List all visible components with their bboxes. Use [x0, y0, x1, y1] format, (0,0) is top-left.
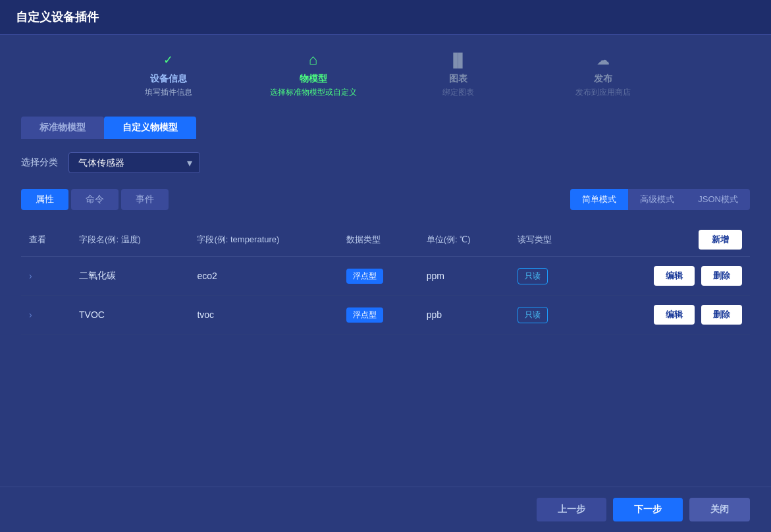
category-row: 选择分类 气体传感器 温湿度传感器 光照传感器 ▾ [21, 152, 750, 173]
step-chart-subtitle: 绑定图表 [442, 87, 474, 98]
col-header-unit: 单位(例: ℃) [419, 223, 510, 257]
step-device-info-subtitle: 填写插件信息 [145, 87, 192, 98]
table-header-row: 查看 字段名(例: 温度) 字段(例: temperature) 数据类型 单位… [21, 223, 750, 257]
row1-type-tag: 浮点型 [346, 269, 383, 284]
tab-custom-model[interactable]: 自定义物模型 [104, 117, 196, 139]
step-home-icon: ⌂ [309, 51, 317, 69]
wizard-step-device-info[interactable]: ✓ 设备信息 填写插件信息 [96, 51, 241, 98]
wizard-step-chart[interactable]: ▐▌ 图表 绑定图表 [386, 51, 531, 98]
step-chart-title: 图表 [449, 73, 467, 85]
data-table: 查看 字段名(例: 温度) 字段(例: temperature) 数据类型 单位… [21, 223, 750, 334]
wizard-steps: ✓ 设备信息 填写插件信息 ⌂ 物模型 选择标准物模型或自定义 ▐▌ 图表 绑定… [21, 51, 750, 98]
row2-rw-tag: 只读 [518, 307, 548, 323]
row2-expand[interactable]: › [21, 296, 71, 334]
row2-field-code: tvoc [189, 296, 338, 334]
col-header-actions: 新增 [586, 223, 750, 257]
row1-rw-type: 只读 [510, 257, 586, 296]
col-header-field-code: 字段(例: temperature) [189, 223, 338, 257]
col-header-view: 查看 [21, 223, 71, 257]
step-done-icon: ✓ [163, 51, 173, 69]
page-title: 自定义设备插件 [16, 11, 99, 24]
row2-rw-type: 只读 [510, 296, 586, 334]
table-row: › 二氧化碳 eco2 浮点型 ppm 只读 编辑 删除 [21, 257, 750, 296]
row1-edit-button[interactable]: 编辑 [654, 266, 695, 286]
row1-expand[interactable]: › [21, 257, 71, 296]
footer: 上一步 下一步 关闭 [0, 487, 771, 532]
mode-btn-advanced[interactable]: 高级模式 [628, 189, 686, 210]
tab-events[interactable]: 事件 [121, 189, 169, 210]
col-header-rw-type: 读写类型 [510, 223, 586, 257]
row1-actions: 编辑 删除 [586, 257, 750, 296]
row2-actions: 编辑 删除 [586, 296, 750, 334]
tabs-and-modes: 属性 命令 事件 简单模式 高级模式 JSON模式 [21, 189, 750, 210]
chevron-right-icon: › [29, 309, 32, 320]
step-publish-subtitle: 发布到应用商店 [575, 87, 631, 98]
wizard-step-thing-model[interactable]: ⌂ 物模型 选择标准物模型或自定义 [241, 51, 386, 98]
row2-edit-button[interactable]: 编辑 [654, 305, 695, 325]
col-header-data-type: 数据类型 [338, 223, 419, 257]
page-header: 自定义设备插件 [0, 0, 771, 35]
row2-data-type: 浮点型 [338, 296, 419, 334]
model-type-tabs: 标准物模型 自定义物模型 [21, 117, 750, 139]
step-publish-title: 发布 [594, 73, 612, 85]
row2-unit: ppb [419, 296, 510, 334]
row1-field-code: eco2 [189, 257, 338, 296]
step-publish-icon: ☁ [597, 51, 610, 69]
close-button[interactable]: 关闭 [689, 498, 750, 521]
mode-buttons: 简单模式 高级模式 JSON模式 [570, 189, 750, 210]
property-tabs: 属性 命令 事件 [21, 189, 169, 210]
tab-standard-model[interactable]: 标准物模型 [21, 117, 104, 139]
row1-rw-tag: 只读 [518, 268, 548, 284]
step-thing-model-title: 物模型 [300, 73, 327, 85]
prev-step-button[interactable]: 上一步 [537, 498, 606, 521]
step-chart-icon: ▐▌ [448, 51, 467, 69]
main-content: ✓ 设备信息 填写插件信息 ⌂ 物模型 选择标准物模型或自定义 ▐▌ 图表 绑定… [0, 35, 771, 350]
row1-data-type: 浮点型 [338, 257, 419, 296]
row2-delete-button[interactable]: 删除 [701, 305, 742, 325]
new-record-button[interactable]: 新增 [699, 230, 742, 250]
tab-attributes[interactable]: 属性 [21, 189, 68, 210]
mode-btn-json[interactable]: JSON模式 [686, 189, 750, 210]
next-step-button[interactable]: 下一步 [613, 498, 683, 521]
mode-btn-simple[interactable]: 简单模式 [570, 189, 628, 210]
step-device-info-title: 设备信息 [150, 73, 187, 85]
category-select[interactable]: 气体传感器 温湿度传感器 光照传感器 [68, 152, 200, 173]
category-label: 选择分类 [21, 157, 58, 169]
chevron-right-icon: › [29, 271, 32, 281]
category-select-wrapper: 气体传感器 温湿度传感器 光照传感器 ▾ [68, 152, 200, 173]
col-header-field-name: 字段名(例: 温度) [71, 223, 189, 257]
row1-delete-button[interactable]: 删除 [701, 266, 742, 286]
row2-type-tag: 浮点型 [346, 307, 383, 323]
row1-unit: ppm [419, 257, 510, 296]
tab-commands[interactable]: 命令 [71, 189, 119, 210]
step-thing-model-subtitle: 选择标准物模型或自定义 [270, 87, 357, 98]
row1-field-name: 二氧化碳 [71, 257, 189, 296]
wizard-step-publish[interactable]: ☁ 发布 发布到应用商店 [531, 51, 676, 98]
row2-field-name: TVOC [71, 296, 189, 334]
table-row: › TVOC tvoc 浮点型 ppb 只读 编辑 删除 [21, 296, 750, 334]
